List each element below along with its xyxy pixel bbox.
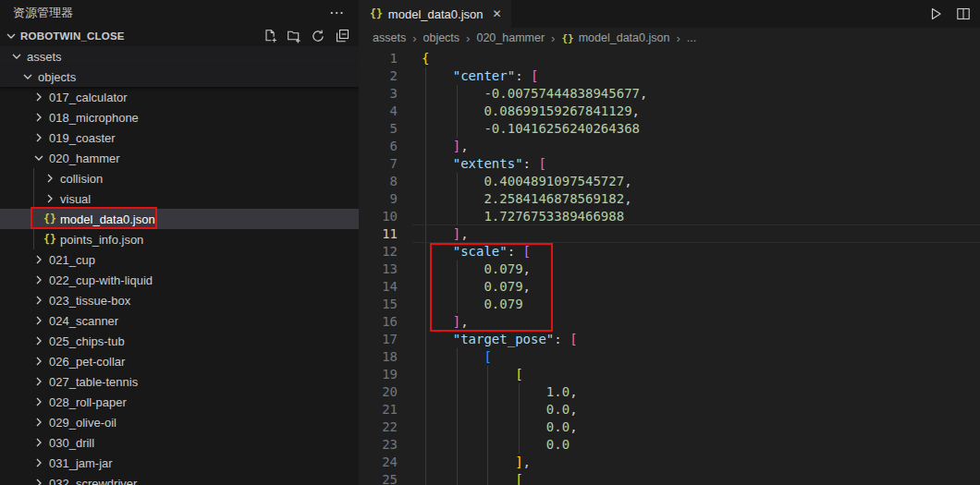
line-number[interactable]: 12 [359, 243, 398, 261]
tree-item-030-drill[interactable]: 030_drill [0, 432, 359, 453]
line-number[interactable]: 5 [359, 120, 398, 138]
code-line-13[interactable]: 13 0.079, [359, 261, 980, 278]
new-file-button[interactable] [262, 29, 277, 44]
code-line-5[interactable]: 5 -0.10416256240264368 [359, 120, 980, 138]
breadcrumb-item-assets[interactable]: assets [373, 31, 406, 44]
code-line-22[interactable]: 22 0.0, [359, 418, 980, 436]
code-token [422, 332, 453, 346]
line-number[interactable]: 21 [359, 401, 398, 418]
close-tab-icon[interactable]: ✕ [493, 7, 502, 20]
code-line-7[interactable]: 7 "extents": [ [359, 155, 980, 173]
code-line-18[interactable]: 18 [ [359, 348, 980, 366]
line-number[interactable]: 10 [359, 208, 398, 225]
editor-group: {} model_data0.json ✕ assets›objects›020… [359, 0, 980, 485]
code-line-12[interactable]: 12 "scale": [ [359, 243, 980, 261]
line-number[interactable]: 16 [359, 313, 398, 331]
chevron-right-icon [43, 171, 57, 186]
code-line-3[interactable]: 3 -0.00757444838945677, [359, 85, 980, 103]
tree-item-025-chips-tub[interactable]: 025_chips-tub [0, 331, 359, 351]
tree-item-assets[interactable]: assets [0, 46, 359, 67]
code-line-21[interactable]: 21 0.0, [359, 401, 980, 418]
line-number[interactable]: 11 [359, 225, 398, 243]
collapse-folders-button[interactable] [334, 29, 349, 44]
tree-item-020-hammer[interactable]: 020_hammer [0, 148, 359, 168]
code-line-9[interactable]: 9 2.2584146878569182, [359, 190, 980, 208]
tree-item-029-olive-oil[interactable]: 029_olive-oil [0, 412, 359, 432]
tree-item-028-roll-paper[interactable]: 028_roll-paper [0, 392, 359, 412]
tree-item-019-coaster[interactable]: 019_coaster [0, 127, 359, 148]
line-number[interactable]: 20 [359, 383, 398, 401]
line-number[interactable]: 6 [359, 138, 398, 155]
split-editor-button[interactable] [955, 6, 971, 22]
breadcrumb-item-objects[interactable]: objects [423, 31, 459, 44]
line-number[interactable]: 23 [359, 436, 398, 454]
tree-item-017-calculator[interactable]: 017_calculator [0, 87, 359, 107]
code-token: , [460, 314, 468, 329]
code-token: ] [453, 226, 460, 241]
run-button[interactable] [927, 6, 943, 22]
code-line-20[interactable]: 20 1.0, [359, 383, 980, 401]
code-line-text: "target_pose": [ [422, 331, 578, 348]
code-line-19[interactable]: 19 [ [359, 366, 980, 383]
workspace-section-header[interactable]: ROBOTWIN_CLOSE [0, 26, 359, 46]
line-number[interactable]: 24 [359, 454, 398, 471]
code-line-2[interactable]: 2 "center": [ [359, 67, 980, 85]
tree-item-visual[interactable]: visual [0, 188, 359, 209]
code-line-11[interactable]: 11 ], [359, 225, 980, 243]
code-line-24[interactable]: 24 ], [359, 454, 980, 471]
tree-item-023-tissue-box[interactable]: 023_tissue-box [0, 290, 359, 310]
tree-item-026-pet-collar[interactable]: 026_pet-collar [0, 351, 359, 371]
tree-item-021-cup[interactable]: 021_cup [0, 249, 359, 270]
refresh-explorer-button[interactable] [310, 29, 325, 44]
breadcrumb-item-model-data0-json[interactable]: {}model_data0.json [561, 31, 669, 44]
explorer-actions [262, 29, 349, 44]
code-line-17[interactable]: 17 "target_pose": [ [359, 331, 980, 348]
code-token: , [640, 86, 647, 101]
line-number[interactable]: 25 [359, 471, 398, 485]
tree-item-018-microphone[interactable]: 018_microphone [0, 107, 359, 127]
code-line-4[interactable]: 4 0.08699159267841129, [359, 103, 980, 120]
tree-item-027-table-tennis[interactable]: 027_table-tennis [0, 371, 359, 392]
code-line-text: { [422, 50, 429, 67]
tree-item-024-scanner[interactable]: 024_scanner [0, 310, 359, 331]
line-number[interactable]: 15 [359, 296, 398, 313]
new-folder-button[interactable] [286, 29, 301, 44]
code-line-15[interactable]: 15 0.079 [359, 296, 980, 313]
tree-item-model-data0-json[interactable]: {}model_data0.json [0, 209, 359, 229]
line-number[interactable]: 19 [359, 366, 398, 383]
breadcrumb-item--[interactable]: ... [687, 31, 696, 44]
tree-item-032-screwdriver[interactable]: 032_screwdriver [0, 473, 359, 485]
json-braces-icon: {} [370, 7, 383, 20]
code-line-25[interactable]: 25 [ [359, 471, 980, 485]
tree-item-031-jam-jar[interactable]: 031_jam-jar [0, 453, 359, 473]
code-editor[interactable]: 1{2 "center": [3 -0.00757444838945677,4 … [359, 48, 980, 485]
code-line-14[interactable]: 14 0.079, [359, 278, 980, 296]
line-number[interactable]: 3 [359, 85, 398, 103]
line-number[interactable]: 1 [359, 50, 398, 67]
breadcrumb-item-020-hammer[interactable]: 020_hammer [476, 31, 545, 44]
code-line-10[interactable]: 10 1.7276753389466988 [359, 208, 980, 225]
code-line-8[interactable]: 8 0.4004891097545727, [359, 173, 980, 190]
line-number[interactable]: 8 [359, 173, 398, 190]
line-number[interactable]: 22 [359, 418, 398, 436]
code-token [422, 139, 453, 153]
tree-item-points-info-json[interactable]: {}points_info.json [0, 229, 359, 249]
code-line-1[interactable]: 1{ [359, 50, 980, 67]
line-number[interactable]: 2 [359, 67, 398, 85]
more-actions-icon[interactable]: ⋯ [325, 5, 348, 21]
tab-model-data0-json[interactable]: {} model_data0.json ✕ [359, 0, 511, 28]
line-number[interactable]: 4 [359, 103, 398, 120]
tree-item-collision[interactable]: collision [0, 168, 359, 188]
line-number[interactable]: 13 [359, 261, 398, 278]
code-line-16[interactable]: 16 ], [359, 313, 980, 331]
line-number[interactable]: 9 [359, 190, 398, 208]
line-number[interactable]: 14 [359, 278, 398, 296]
json-braces-icon: {} [561, 32, 573, 44]
tree-item-022-cup-with-liquid[interactable]: 022_cup-with-liquid [0, 270, 359, 290]
line-number[interactable]: 7 [359, 155, 398, 173]
tree-item-objects[interactable]: objects [0, 67, 359, 87]
code-line-6[interactable]: 6 ], [359, 138, 980, 155]
line-number[interactable]: 17 [359, 331, 398, 348]
code-line-23[interactable]: 23 0.0 [359, 436, 980, 454]
line-number[interactable]: 18 [359, 348, 398, 366]
